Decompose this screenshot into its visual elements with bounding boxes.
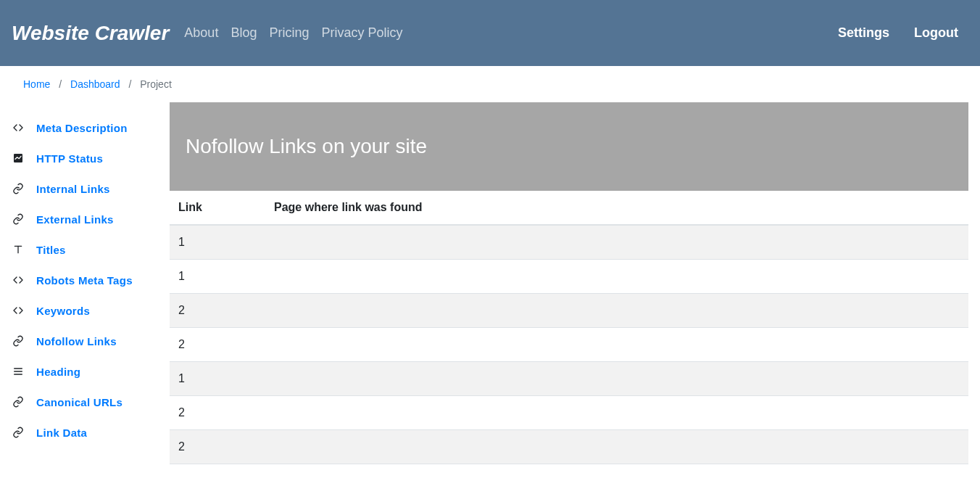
- nav-privacy[interactable]: Privacy Policy: [321, 25, 402, 41]
- chart-icon: [12, 152, 25, 165]
- sidebar-item-internal-links[interactable]: Internal Links: [12, 173, 152, 204]
- cell-page: [265, 362, 968, 396]
- sidebar-item-external-links[interactable]: External Links: [12, 204, 152, 234]
- sidebar-item-label: Link Data: [36, 427, 87, 439]
- cell-link: 1: [170, 225, 265, 260]
- table-row: 1: [170, 225, 968, 260]
- cell-link: 2: [170, 328, 265, 362]
- breadcrumb-dashboard[interactable]: Dashboard: [70, 78, 120, 90]
- list-icon: [12, 365, 25, 378]
- nav-blog[interactable]: Blog: [231, 25, 257, 41]
- settings-link[interactable]: Settings: [838, 25, 889, 41]
- sidebar-item-label: Heading: [36, 366, 80, 378]
- cell-link: 2: [170, 430, 265, 464]
- table-row: 2: [170, 294, 968, 328]
- main-content: Nofollow Links on your site Link Page wh…: [170, 102, 968, 464]
- sidebar-item-label: Titles: [36, 244, 66, 256]
- cell-page: [265, 328, 968, 362]
- sidebar: Meta DescriptionHTTP StatusInternal Link…: [12, 102, 152, 464]
- cell-link: 1: [170, 362, 265, 396]
- sidebar-item-titles[interactable]: Titles: [12, 234, 152, 265]
- breadcrumb-home[interactable]: Home: [23, 78, 50, 90]
- sidebar-item-nofollow-links[interactable]: Nofollow Links: [12, 326, 152, 356]
- table-row: 1: [170, 260, 968, 294]
- sidebar-item-label: Robots Meta Tags: [36, 274, 133, 287]
- sidebar-item-label: Canonical URLs: [36, 396, 122, 408]
- text-icon: [12, 243, 25, 256]
- code-icon: [12, 121, 25, 134]
- header-nav: About Blog Pricing Privacy Policy: [184, 25, 402, 41]
- link-icon: [12, 426, 25, 439]
- link-icon: [12, 213, 25, 226]
- page-title: Nofollow Links on your site: [186, 135, 427, 158]
- breadcrumb-current: Project: [140, 78, 172, 90]
- cell-page: [265, 396, 968, 430]
- header-right: Settings Logout: [838, 25, 968, 41]
- breadcrumb-sep: /: [128, 78, 131, 90]
- cell-page: [265, 225, 968, 260]
- sidebar-item-keywords[interactable]: Keywords: [12, 295, 152, 326]
- sidebar-item-heading[interactable]: Heading: [12, 356, 152, 387]
- link-icon: [12, 334, 25, 347]
- nav-about[interactable]: About: [184, 25, 218, 41]
- link-icon: [12, 182, 25, 195]
- sidebar-item-robots-meta-tags[interactable]: Robots Meta Tags: [12, 265, 152, 295]
- col-link: Link: [170, 191, 265, 225]
- brand-logo[interactable]: Website Crawler: [12, 22, 169, 45]
- sidebar-item-label: HTTP Status: [36, 152, 103, 165]
- table-row: 2: [170, 430, 968, 464]
- sidebar-item-meta-description[interactable]: Meta Description: [12, 112, 152, 143]
- sidebar-item-link-data[interactable]: Link Data: [12, 417, 152, 448]
- cell-link: 2: [170, 396, 265, 430]
- table-row: 2: [170, 328, 968, 362]
- link-icon: [12, 395, 25, 408]
- nav-pricing[interactable]: Pricing: [269, 25, 309, 41]
- page-banner: Nofollow Links on your site: [170, 102, 968, 191]
- cell-link: 1: [170, 260, 265, 294]
- cell-page: [265, 430, 968, 464]
- table-row: 2: [170, 396, 968, 430]
- code-icon: [12, 304, 25, 317]
- sidebar-item-canonical-urls[interactable]: Canonical URLs: [12, 387, 152, 417]
- sidebar-item-label: Nofollow Links: [36, 335, 117, 347]
- app-header: Website Crawler About Blog Pricing Priva…: [0, 0, 980, 66]
- sidebar-item-label: Keywords: [36, 305, 90, 317]
- sidebar-item-label: External Links: [36, 213, 114, 226]
- header-left: Website Crawler About Blog Pricing Priva…: [12, 22, 402, 45]
- table-row: 1: [170, 362, 968, 396]
- breadcrumb-sep: /: [59, 78, 62, 90]
- breadcrumb: Home / Dashboard / Project: [0, 66, 980, 102]
- cell-link: 2: [170, 294, 265, 328]
- sidebar-item-label: Internal Links: [36, 183, 110, 195]
- code-icon: [12, 273, 25, 287]
- col-page: Page where link was found: [265, 191, 968, 225]
- sidebar-item-label: Meta Description: [36, 122, 128, 134]
- logout-link[interactable]: Logout: [914, 25, 958, 41]
- cell-page: [265, 260, 968, 294]
- sidebar-item-http-status[interactable]: HTTP Status: [12, 143, 152, 173]
- cell-page: [265, 294, 968, 328]
- nofollow-table: Link Page where link was found 1122122: [170, 191, 968, 464]
